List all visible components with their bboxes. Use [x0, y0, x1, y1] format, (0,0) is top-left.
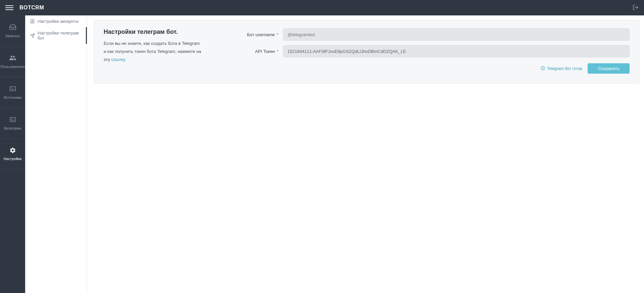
status-message: Telegram бот готов. [541, 66, 583, 71]
card-description: Настройки телеграм бот. Если вы не знает… [104, 28, 216, 74]
form-row-username: Бот username * [216, 28, 630, 41]
inbox-icon [9, 23, 16, 32]
username-label: Бот username * [216, 32, 283, 37]
required-mark: * [275, 49, 278, 54]
subsidebar-item-account[interactable]: Настройки аккаунты [25, 15, 87, 27]
app-logo: BOTCRM [19, 5, 44, 11]
user-circle-icon [30, 19, 35, 24]
sidebar-item-requests[interactable]: Запросы [0, 15, 25, 46]
token-label: API Токен * [216, 49, 283, 54]
main-sidebar: Запросы Пользователи Источники Категории… [0, 15, 25, 293]
token-input[interactable] [283, 45, 630, 57]
sidebar-item-label: Пользователи [1, 65, 25, 69]
users-icon [9, 54, 16, 63]
svg-point-7 [30, 19, 35, 23]
settings-card: Настройки телеграм бот. Если вы не знает… [94, 20, 639, 83]
sidebar-item-label: Категории [4, 126, 21, 130]
svg-point-11 [541, 66, 545, 70]
gear-icon [9, 147, 16, 155]
app-header: BOTCRM [0, 0, 644, 15]
list-icon [9, 116, 16, 124]
form-actions: Telegram бот готов. Сохранить [216, 63, 630, 74]
card-title: Настройки телеграм бот. [104, 28, 203, 35]
username-input[interactable] [283, 28, 630, 41]
check-circle-icon [541, 66, 545, 71]
help-link[interactable]: ссылку. [111, 57, 126, 62]
sidebar-item-categories[interactable]: Категории [0, 108, 25, 139]
svg-rect-1 [10, 87, 15, 91]
card-form: Бот username * API Токен * Telegram бот … [216, 28, 630, 74]
sidebar-item-label: Настройки [4, 157, 22, 161]
sidebar-item-label: Запросы [5, 34, 20, 38]
required-mark: * [275, 32, 278, 37]
svg-rect-4 [10, 118, 15, 122]
page-content: Настройки телеграм бот. Если вы не знает… [87, 15, 644, 293]
card-icon [9, 85, 16, 93]
sidebar-item-sources[interactable]: Источники [0, 77, 25, 108]
settings-subsidebar: Настройки аккаунты Настройки телеграм бо… [25, 15, 87, 293]
svg-point-8 [32, 20, 33, 21]
sidebar-item-users[interactable]: Пользователи [0, 46, 25, 77]
sidebar-item-label: Источники [4, 95, 21, 99]
card-help-text: Если вы не знаете, как создать бота в Te… [104, 40, 203, 64]
subsidebar-item-telegram[interactable]: Настройки телеграм бот [25, 27, 87, 44]
subsidebar-item-label: Настройки телеграм бот [38, 30, 81, 41]
logout-icon[interactable] [633, 4, 639, 11]
menu-toggle-button[interactable] [5, 4, 13, 12]
save-button[interactable]: Сохранить [588, 63, 630, 74]
form-row-token: API Токен * [216, 45, 630, 57]
sidebar-item-settings[interactable]: Настройки [0, 139, 25, 169]
subsidebar-item-label: Настройки аккаунты [38, 19, 78, 24]
send-icon [30, 33, 35, 38]
